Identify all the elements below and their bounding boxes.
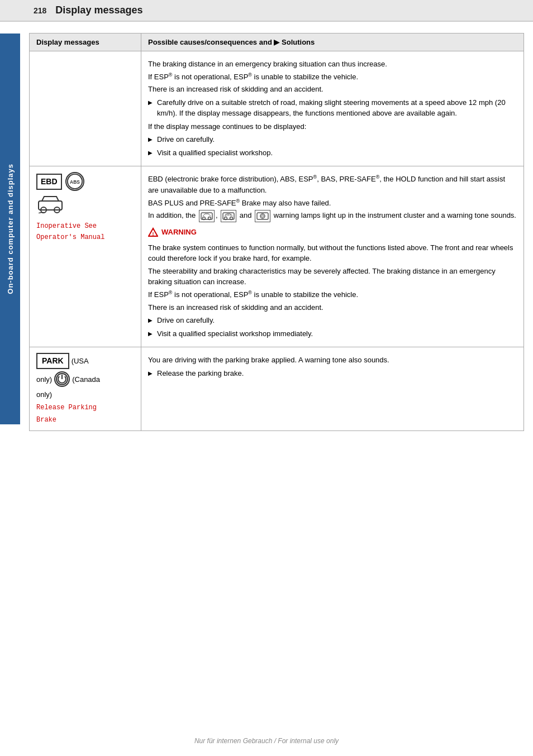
text-bas-plus: BAS PLUS and PRE-SAFE® Brake may also ha… bbox=[148, 198, 517, 209]
car-symbol-icon bbox=[36, 193, 64, 218]
bullet-drive-carefully-1: Drive on carefully. bbox=[148, 134, 517, 145]
bullet-drive-carefully-2-text: Drive on carefully. bbox=[157, 315, 215, 326]
table-row: The braking distance in an emergency bra… bbox=[30, 51, 524, 166]
text-ebd-desc: EBD (electronic brake force distribution… bbox=[148, 174, 517, 195]
release-parking-text: Release Parking bbox=[36, 403, 97, 413]
warning-title: ! WARNING bbox=[148, 227, 517, 238]
warning-label-text: WARNING bbox=[161, 227, 197, 238]
page-title: Display messages bbox=[55, 4, 142, 16]
table-row: EBD ABS bbox=[30, 166, 524, 347]
park-usa-label: (USA bbox=[72, 356, 89, 367]
bullet-visit-workshop-1-text: Visit a qualified specialist workshop. bbox=[157, 147, 273, 159]
text-brake-continues: The brake system continues to function n… bbox=[148, 242, 517, 264]
ebd-box-icon: EBD bbox=[36, 174, 62, 190]
svg-text:!: ! bbox=[153, 231, 154, 237]
park-canada-label: (Canada bbox=[72, 374, 100, 385]
display-table: Display messages Possible causes/consequ… bbox=[29, 33, 524, 431]
text-esp-not-operational: If ESP® is not operational, ESP® is unab… bbox=[148, 71, 517, 83]
inoperative-text: Inoperative See Operator's Manual bbox=[36, 220, 104, 242]
col-solutions-header-text: Possible causes/consequences and ▶ Solut… bbox=[148, 38, 315, 46]
park-row-usa: PARK (USA bbox=[36, 353, 134, 369]
park-only-2-label: only) bbox=[36, 389, 52, 400]
park-row-only2: only) bbox=[36, 389, 134, 400]
footer-text: Nur für internen Gebrauch / For internal… bbox=[194, 737, 339, 745]
svg-point-8 bbox=[202, 217, 205, 220]
abs-circle-icon: ABS bbox=[65, 172, 84, 191]
text-warning-lamps: In addition, the , bbox=[148, 210, 517, 222]
release-parking-row: Release Parking bbox=[36, 403, 134, 413]
display-cell-ebd: EBD ABS bbox=[30, 166, 141, 347]
park-section: PARK (USA only) bbox=[36, 353, 134, 425]
text-park-desc: You are driving with the parking brake a… bbox=[148, 355, 517, 366]
text-braking-distance: The braking distance in an emergency bra… bbox=[148, 59, 517, 70]
car-off-warning-icon: OFF bbox=[221, 210, 236, 222]
bullet-visit-workshop-2: Visit a qualified specialist workshop im… bbox=[148, 328, 517, 339]
warning-triangle-icon: ! bbox=[148, 227, 158, 237]
warning-box: ! WARNING bbox=[148, 227, 517, 238]
main-content: Display messages Possible causes/consequ… bbox=[20, 22, 533, 465]
sidebar-label: On-board computer and displays bbox=[0, 34, 20, 424]
text-risk-skidding: There is an increased risk of skidding a… bbox=[148, 84, 517, 95]
svg-point-9 bbox=[208, 217, 211, 220]
park-box-icon: PARK bbox=[36, 353, 69, 369]
svg-line-5 bbox=[39, 212, 42, 213]
ebd-icon-cell: EBD ABS bbox=[36, 172, 134, 242]
table-row: PARK (USA only) bbox=[30, 347, 524, 431]
solutions-cell-ebd: EBD (electronic brake force distribution… bbox=[141, 166, 524, 347]
bullet-release-brake-text: Release the parking brake. bbox=[157, 368, 244, 379]
bullet-visit-workshop-1: Visit a qualified specialist workshop. bbox=[148, 147, 517, 159]
page-number: 218 bbox=[34, 6, 46, 15]
sidebar-label-text: On-board computer and displays bbox=[6, 164, 15, 294]
text-continues-displayed: If the display message continues to be d… bbox=[148, 121, 517, 132]
power-icon bbox=[54, 371, 70, 387]
col-solutions-header: Possible causes/consequences and ▶ Solut… bbox=[141, 34, 524, 51]
display-cell-empty bbox=[30, 51, 141, 166]
brake-row: Brake bbox=[36, 415, 134, 425]
svg-point-12 bbox=[230, 217, 233, 220]
table-header-row: Display messages Possible causes/consequ… bbox=[30, 34, 524, 51]
col-display-header: Display messages bbox=[30, 34, 141, 51]
svg-point-11 bbox=[225, 217, 227, 220]
bullet-carefully-drive-text: Carefully drive on a suitable stretch of… bbox=[157, 97, 517, 119]
park-row-canada: only) (Canada bbox=[36, 371, 134, 387]
text-esp-not-operational-2: If ESP® is not operational, ESP® is unab… bbox=[148, 289, 517, 300]
bullet-release-brake: Release the parking brake. bbox=[148, 368, 517, 379]
text-risk-skidding-2: There is an increased risk of skidding a… bbox=[148, 302, 517, 313]
svg-rect-2 bbox=[39, 201, 62, 210]
svg-point-16 bbox=[261, 215, 264, 217]
display-cell-park: PARK (USA only) bbox=[30, 347, 141, 431]
solutions-cell-esp: The braking distance in an emergency bra… bbox=[141, 51, 524, 166]
car-warning-icon bbox=[199, 210, 215, 222]
operators-manual-label: Operator's Manual bbox=[36, 233, 104, 241]
bullet-carefully-drive: Carefully drive on a suitable stretch of… bbox=[148, 97, 517, 119]
svg-text:OFF: OFF bbox=[225, 213, 232, 217]
svg-point-15 bbox=[260, 214, 265, 218]
inoperative-label: Inoperative See bbox=[36, 222, 97, 230]
bullet-drive-carefully-1-text: Drive on carefully. bbox=[157, 134, 215, 145]
brake-text: Brake bbox=[36, 415, 56, 425]
park-only-1-label: only) bbox=[36, 374, 52, 385]
solutions-cell-park: You are driving with the parking brake a… bbox=[141, 347, 524, 431]
circle-warning-icon bbox=[255, 210, 270, 222]
bullet-drive-carefully-2: Drive on carefully. bbox=[148, 315, 517, 326]
ebd-icons-row: EBD ABS bbox=[36, 172, 84, 191]
text-steerability: The steerability and braking characteris… bbox=[148, 266, 517, 288]
svg-text:ABS: ABS bbox=[70, 179, 80, 185]
page-header: 218 Display messages bbox=[0, 0, 533, 22]
bullet-visit-workshop-2-text: Visit a qualified specialist workshop im… bbox=[157, 328, 313, 339]
footer: Nur für internen Gebrauch / For internal… bbox=[0, 737, 533, 745]
page-wrapper: 218 Display messages On-board computer a… bbox=[0, 0, 533, 756]
